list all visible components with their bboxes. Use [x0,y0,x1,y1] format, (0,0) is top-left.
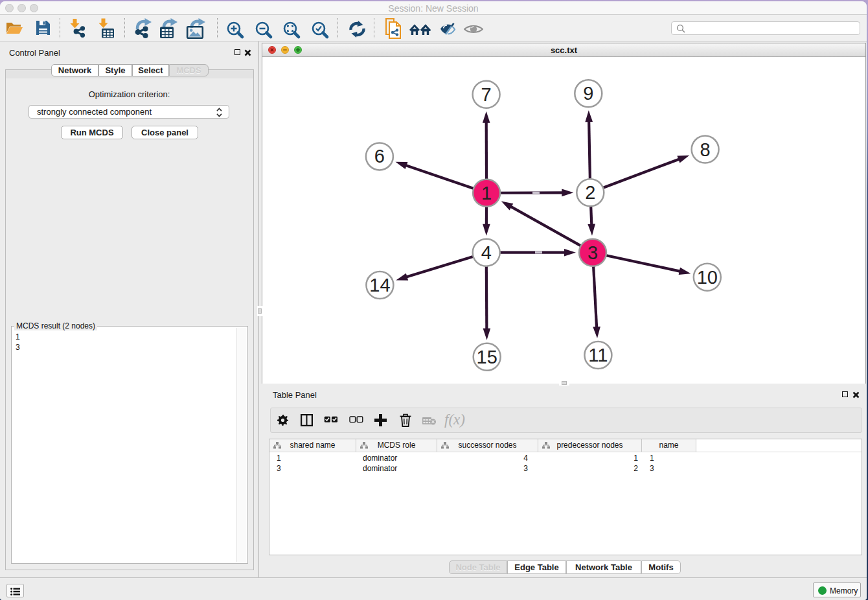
svg-text:14: 14 [369,275,390,295]
svg-text:11: 11 [588,345,608,365]
svg-text:10: 10 [697,267,718,288]
svg-text:2: 2 [585,182,595,203]
svg-text:6: 6 [374,146,385,167]
svg-text:9: 9 [583,83,593,104]
svg-text:15: 15 [477,347,497,367]
svg-text:3: 3 [588,242,598,263]
svg-text:8: 8 [700,139,711,160]
svg-text:7: 7 [481,84,492,105]
svg-text:1: 1 [481,183,492,203]
svg-text:4: 4 [481,242,492,263]
